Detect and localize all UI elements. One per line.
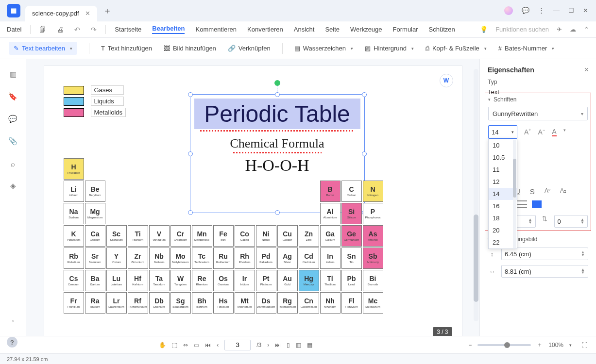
- page-number-input[interactable]: [224, 340, 251, 350]
- print-icon[interactable]: 🖨: [57, 26, 64, 33]
- menu-ansicht[interactable]: Ansicht: [294, 26, 315, 33]
- fit-page-icon[interactable]: ▭: [194, 342, 199, 348]
- hand-tool-icon[interactable]: ✋: [159, 342, 166, 348]
- bookmark-icon[interactable]: 🔖: [8, 91, 18, 102]
- next-page-button[interactable]: ›: [267, 342, 269, 348]
- menu-konvertieren[interactable]: Konvertieren: [247, 26, 283, 33]
- font-size-dropdown[interactable]: 1010.511121416182022: [488, 139, 517, 249]
- comment-panel-icon[interactable]: 💬: [8, 114, 18, 124]
- canvas-area[interactable]: W Gases Liquids Metalloids: [26, 59, 479, 336]
- new-tab-button[interactable]: ＋: [103, 5, 112, 17]
- rotate-handle[interactable]: [274, 80, 280, 86]
- superscript-button[interactable]: A²: [545, 187, 550, 196]
- close-panel-icon[interactable]: ✕: [584, 66, 589, 73]
- help-button[interactable]: ?: [7, 337, 17, 347]
- element-Bi: BiBismuth: [363, 270, 383, 291]
- maximize-button[interactable]: ☐: [568, 7, 574, 14]
- scroll-thumb[interactable]: [474, 215, 478, 302]
- resize-handle-ne[interactable]: [362, 92, 367, 97]
- menu-werkzeuge[interactable]: Werkzeuge: [350, 26, 382, 33]
- menu-schuetzen[interactable]: Schützen: [429, 26, 455, 33]
- zoom-thumb[interactable]: [504, 342, 510, 348]
- height-stepper[interactable]: 6.45 (cm)▲▼: [501, 248, 588, 260]
- element-Os: OsOsmium: [213, 270, 234, 291]
- width-stepper[interactable]: 8.81 (cm)▲▼: [501, 265, 588, 278]
- bates-button[interactable]: #Bates-Nummer: [498, 45, 555, 52]
- menu-seite[interactable]: Seite: [325, 26, 340, 33]
- collapse-ribbon-icon[interactable]: ⌃: [584, 26, 589, 33]
- more-icon[interactable]: ⋮: [538, 7, 545, 14]
- select-tool-icon[interactable]: ⬚: [172, 342, 177, 348]
- two-page-icon[interactable]: ▦: [307, 342, 312, 348]
- zoom-out-button[interactable]: −: [468, 342, 472, 348]
- liquids-swatch: [64, 97, 84, 106]
- menu-kommentieren[interactable]: Kommentieren: [195, 26, 237, 33]
- element-Rh: RhRhodium: [235, 248, 255, 269]
- add-text-button[interactable]: TText hinzufügen: [101, 45, 152, 52]
- chevron-down-icon[interactable]: ▾: [563, 128, 566, 136]
- align-justify-button[interactable]: [532, 200, 542, 208]
- file-menu[interactable]: Datei: [7, 26, 21, 33]
- user-avatar[interactable]: [504, 6, 513, 15]
- background-button[interactable]: ▨Hintergrund: [365, 45, 414, 52]
- save-icon[interactable]: 🗐: [39, 26, 46, 33]
- resize-handle-n[interactable]: [275, 92, 280, 97]
- line-spacing-stepper[interactable]: 0▲▼: [554, 215, 588, 228]
- send-icon[interactable]: ✈: [557, 26, 562, 33]
- menu-bearbeiten[interactable]: Bearbeiten: [152, 25, 185, 34]
- resize-handle-w[interactable]: [188, 151, 193, 156]
- zoom-slider[interactable]: [477, 344, 531, 346]
- watermark-button[interactable]: ▤Wasserzeichen: [294, 45, 353, 52]
- resize-handle-e[interactable]: [362, 151, 367, 156]
- app-logo[interactable]: ▦: [7, 4, 20, 17]
- prev-page-button[interactable]: ‹: [217, 342, 219, 348]
- thumbnails-icon[interactable]: ▥: [8, 69, 18, 80]
- close-window-button[interactable]: ✕: [583, 7, 588, 14]
- continuous-icon[interactable]: ▥: [296, 342, 301, 348]
- font-family-select[interactable]: GunnyRewritten ▾: [488, 107, 588, 120]
- element-C: CCarbon: [341, 181, 362, 202]
- header-footer-button[interactable]: ⎙Kopf- & Fußzeile: [426, 45, 487, 52]
- convert-to-word-button[interactable]: W: [440, 74, 453, 87]
- zoom-in-button[interactable]: ＋: [537, 341, 543, 349]
- first-page-button[interactable]: ⏮: [205, 342, 211, 348]
- align-right-button[interactable]: [517, 200, 527, 208]
- chat-icon[interactable]: 💬: [522, 7, 529, 14]
- bulb-icon[interactable]: 💡: [480, 26, 488, 33]
- attachment-icon[interactable]: 📎: [8, 136, 18, 147]
- add-image-button[interactable]: 🖼Bild hinzufügen: [164, 45, 216, 52]
- layers-icon[interactable]: ◈: [8, 181, 18, 191]
- undo-icon[interactable]: ↶: [74, 26, 80, 33]
- expand-sidebar-icon[interactable]: ›: [8, 315, 18, 326]
- fonts-section-header[interactable]: Schriften: [488, 96, 588, 103]
- fullscreen-icon[interactable]: ⛶: [581, 342, 587, 348]
- last-page-button[interactable]: ⏭: [275, 342, 281, 348]
- increase-font-icon[interactable]: A: [524, 128, 531, 136]
- single-page-icon[interactable]: ▯: [287, 342, 290, 348]
- subscript-button[interactable]: A₂: [560, 187, 566, 196]
- strike-button[interactable]: S: [530, 187, 535, 196]
- redo-icon[interactable]: ↷: [91, 26, 97, 33]
- element-Au: AuGold: [277, 270, 298, 291]
- close-tab-icon[interactable]: ✕: [85, 10, 90, 17]
- element-Ta: TaTantalum: [149, 270, 170, 291]
- decrease-font-icon[interactable]: A: [538, 128, 545, 136]
- element-W: WTungsten: [170, 270, 191, 291]
- link-button[interactable]: 🔗Verknüpfen: [228, 45, 271, 52]
- dropdown-scroll-thumb[interactable]: [513, 159, 516, 198]
- edit-text-button[interactable]: ✎Text bearbeiten: [9, 42, 77, 55]
- font-size-select[interactable]: 14 ▾: [488, 125, 517, 139]
- vertical-scrollbar[interactable]: [474, 69, 478, 321]
- search-panel-icon[interactable]: ⌕: [8, 158, 18, 169]
- menu-formular[interactable]: Formular: [393, 26, 418, 33]
- minimize-button[interactable]: —: [553, 7, 560, 14]
- element-Ds: DsDarmstadtium: [256, 292, 276, 314]
- function-search[interactable]: Funktionen suchen: [495, 26, 549, 33]
- zoom-value[interactable]: 100%: [548, 342, 563, 348]
- menu-startseite[interactable]: Startseite: [115, 26, 141, 33]
- fit-width-icon[interactable]: ⇔: [183, 342, 188, 348]
- font-color-icon[interactable]: A: [552, 128, 556, 136]
- file-tab[interactable]: science-copy.pdf ✕: [25, 6, 97, 21]
- resize-handle-nw[interactable]: [188, 92, 193, 97]
- cloud-icon[interactable]: ☁: [570, 26, 576, 33]
